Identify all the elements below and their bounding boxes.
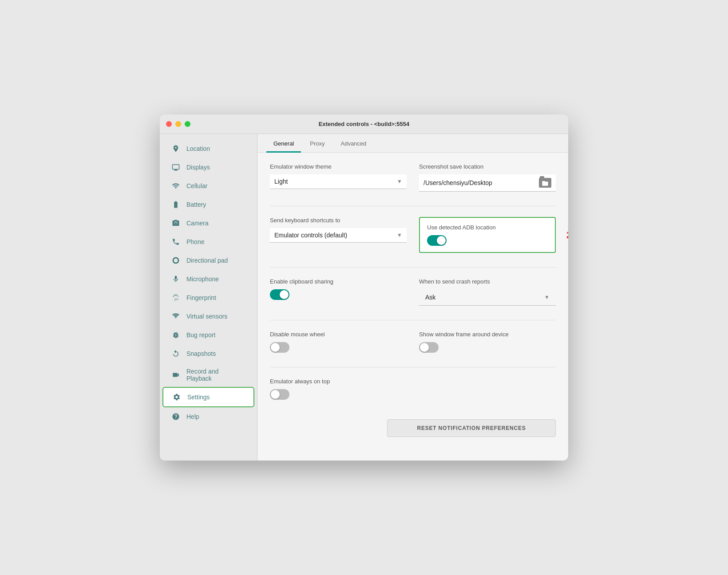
tab-general[interactable]: General [266,134,301,153]
sidebar-item-camera-label: Camera [186,220,209,227]
divider-4 [270,367,556,367]
divider-2 [270,267,556,268]
emulator-theme-dropdown[interactable]: Light ▼ [270,174,407,189]
crash-reports-value: Ask [425,294,544,301]
bug-icon [171,331,180,339]
screenshot-location-label: Screenshot save location [419,163,556,170]
mouse-wheel-group: Disable mouse wheel [270,331,407,353]
sidebar-item-directional-pad[interactable]: Directional pad [162,251,254,270]
minimize-button[interactable] [175,121,181,127]
main-content: General Proxy Advanced Emulator window t… [257,134,568,461]
displays-icon [171,163,180,172]
crash-reports-group: When to send crash reports Ask ▼ [419,278,556,306]
sidebar-item-displays-label: Displays [186,164,210,171]
empty-group [419,378,556,400]
sidebar-item-snapshots-label: Snapshots [186,350,216,357]
adb-wrapper: Use detected ADB location 2 [419,217,556,253]
row-mousewheel-windowframe: Disable mouse wheel Show window frame ar… [270,331,556,353]
mouse-wheel-label: Disable mouse wheel [270,331,407,338]
help-icon [171,412,180,421]
clipboard-toggle[interactable] [270,289,289,300]
sidebar-item-location[interactable]: Location [162,139,254,158]
extended-controls-window: Extended controls - <build>:5554 Locatio… [160,114,568,461]
settings-panel: Emulator window theme Light ▼ Screenshot… [257,153,568,461]
sidebar-item-bug-report[interactable]: Bug report [162,326,254,344]
tabs-bar: General Proxy Advanced [257,134,568,153]
always-on-top-toggle[interactable] [270,389,289,400]
crash-reports-dropdown[interactable]: Ask ▼ [419,289,556,306]
screenshot-location-group: Screenshot save location /Users/chensiyu… [419,163,556,192]
emulator-theme-label: Emulator window theme [270,163,407,170]
close-button[interactable] [166,121,172,127]
sidebar-item-phone[interactable]: Phone [162,232,254,251]
traffic-lights [166,121,190,127]
sidebar-item-bug-report-label: Bug report [186,331,215,339]
keyboard-shortcuts-label: Send keyboard shortcuts to [270,217,407,224]
window-frame-label: Show window frame around device [419,331,556,338]
row-always-on-top: Emulator always on top [270,378,556,400]
record-icon [171,370,180,379]
snapshots-icon [171,349,180,358]
sidebar-item-battery[interactable]: Battery [162,195,254,214]
adb-location-toggle[interactable] [427,235,447,246]
sidebar-item-cellular[interactable]: Cellular [162,177,254,195]
dpad-icon [171,256,180,265]
sidebar-item-displays[interactable]: Displays [162,158,254,177]
sidebar-item-help-label: Help [186,413,199,420]
sidebar-item-camera[interactable]: Camera [162,214,254,232]
screenshot-path-row: /Users/chensiyu/Desktop [419,174,556,192]
row-theme-screenshot: Emulator window theme Light ▼ Screenshot… [270,163,556,192]
microphone-icon [171,275,180,284]
sidebar-item-settings[interactable]: Settings [162,387,254,407]
divider-3 [270,320,556,320]
sidebar-item-microphone[interactable]: Microphone [162,270,254,288]
sidebar-item-fingerprint-label: Fingerprint [186,294,216,301]
emulator-theme-value: Light [274,178,397,185]
folder-browse-button[interactable] [539,178,551,188]
chevron-down-icon-3: ▼ [544,294,550,300]
chevron-down-icon: ▼ [397,178,402,185]
camera-icon [171,219,180,228]
always-on-top-group: Emulator always on top [270,378,407,400]
location-icon [171,144,180,153]
window-frame-toggle[interactable] [419,342,439,353]
reset-notification-button[interactable]: RESET NOTIFICATION PREFERENCES [387,419,556,437]
main-layout: Location Displays Cellular [160,134,568,461]
sidebar-item-help[interactable]: Help [162,407,254,426]
annotation-2: 2 [566,229,568,241]
adb-location-label: Use detected ADB location [427,224,548,231]
sidebar-item-settings-label: Settings [187,394,210,401]
sidebar-item-cellular-label: Cellular [186,182,207,189]
sidebar-item-location-label: Location [186,145,210,152]
row-keyboard-adb: Send keyboard shortcuts to Emulator cont… [270,217,556,253]
window-title: Extended controls - <build>:5554 [319,121,409,127]
mouse-wheel-toggle[interactable] [270,342,289,353]
clipboard-group: Enable clipboard sharing [270,278,407,306]
sidebar-item-battery-label: Battery [186,201,206,208]
tab-proxy[interactable]: Proxy [303,134,332,153]
battery-icon [171,200,180,209]
maximize-button[interactable] [185,121,190,127]
settings-icon [172,393,181,402]
sidebar-item-directional-pad-label: Directional pad [186,257,228,264]
sidebar-item-phone-label: Phone [186,238,204,245]
sidebar-item-fingerprint[interactable]: Fingerprint [162,288,254,307]
row-clipboard-crash: Enable clipboard sharing When to send cr… [270,278,556,306]
sensors-icon [171,312,180,321]
keyboard-shortcuts-value: Emulator controls (default) [274,232,397,239]
emulator-theme-group: Emulator window theme Light ▼ [270,163,407,192]
keyboard-shortcuts-group: Send keyboard shortcuts to Emulator cont… [270,217,407,253]
keyboard-shortcuts-dropdown[interactable]: Emulator controls (default) ▼ [270,228,407,243]
sidebar-item-record-playback[interactable]: Record and Playback [162,363,254,387]
sidebar-item-virtual-sensors[interactable]: Virtual sensors [162,307,254,326]
sidebar-item-virtual-sensors-label: Virtual sensors [186,313,227,320]
cellular-icon [171,181,180,190]
adb-location-group: Use detected ADB location [419,217,556,253]
sidebar-item-microphone-label: Microphone [186,276,219,283]
always-on-top-label: Emulator always on top [270,378,407,385]
sidebar-item-record-playback-label: Record and Playback [186,368,245,382]
svg-point-1 [174,259,178,263]
sidebar-item-snapshots[interactable]: Snapshots [162,344,254,363]
tab-advanced[interactable]: Advanced [333,134,373,153]
clipboard-label: Enable clipboard sharing [270,278,407,285]
